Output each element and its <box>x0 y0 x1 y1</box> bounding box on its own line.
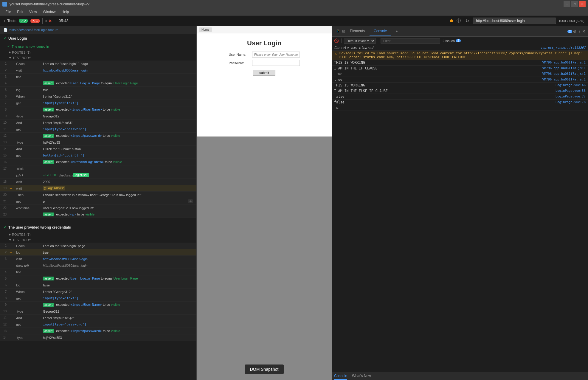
msg-source[interactable]: LoginPage.vue:56 <box>553 89 586 92</box>
mobile-icon[interactable]: 📱 <box>336 29 340 33</box>
row-expand-icon[interactable]: ⊕ <box>188 199 193 203</box>
row-content: true <box>42 88 196 92</box>
url-input[interactable] <box>473 18 556 24</box>
row-cmd: wait <box>15 180 42 184</box>
msg-source[interactable]: cypress_runner.js:193307 <box>538 46 586 49</box>
refresh-button[interactable]: ↻ <box>464 18 470 24</box>
row-content: assert expected <input#UserName> to be v… <box>42 107 196 112</box>
assert-badge: assert <box>43 213 54 216</box>
row-content: p ⊕ <box>42 199 196 204</box>
row-content <box>42 77 196 77</box>
close-button[interactable]: ✕ <box>579 1 586 7</box>
table-row: 13 -type hsj%2*sc5$ <box>0 139 196 146</box>
settings-icon[interactable]: ⚙ <box>573 29 577 34</box>
x-icon: ✕ <box>32 19 35 22</box>
msg-source[interactable]: VM796 app.ba061f7a.js:1 <box>540 61 586 64</box>
filter-input[interactable] <box>381 38 440 44</box>
tc-check-icon: ✓ <box>7 44 10 48</box>
msg-text: I AM IN THE IF CLAUSE <box>334 66 540 70</box>
expand-arrow-icon[interactable]: ▶ <box>336 106 339 110</box>
more-icon[interactable]: ⋮ <box>577 29 581 34</box>
msg-source[interactable]: LoginPage.vue:78 <box>553 100 586 104</box>
clear-console-icon[interactable]: 🚫 <box>334 38 339 43</box>
row-content <box>42 168 196 169</box>
row-content: assert expected <input#UserName> to be v… <box>42 303 196 307</box>
devtools-panel: 📱 ⊡ Elements Console » 2 ⚙ ⋮ ✕ 🚫 Default… <box>332 26 588 380</box>
row-cmd: Given <box>15 244 42 248</box>
default-levels-select[interactable]: Default levels ▾ <box>344 38 376 44</box>
suite-pass-icon: ✓ <box>4 36 7 41</box>
status-dot <box>450 19 453 22</box>
main-content: 📄 tests/e2e/specs/UserLogin.feature ✓ Us… <box>0 26 588 380</box>
console-message: false LoginPage.vue:77 <box>332 94 588 100</box>
msg-source[interactable]: VM796 app.ba061f7a.js:1 <box>540 72 586 75</box>
row-cmd: -type <box>15 141 42 144</box>
row-content: assert expected User Login Page to equal… <box>42 276 196 281</box>
msg-source[interactable]: LoginPage.vue:77 <box>553 94 586 98</box>
assert-badge: assert <box>43 329 54 333</box>
back-icon[interactable]: ‹ <box>4 18 5 23</box>
table-row: 9 assert expected <input#UserName> to be… <box>0 302 196 308</box>
stop-x: ✕ <box>48 18 52 23</box>
browser-preview: Home User Login User Name: Password: sub… <box>197 26 332 137</box>
maximize-button[interactable]: □ <box>571 1 578 7</box>
routes-toggle-2[interactable]: ROUTES (1) <box>0 232 196 237</box>
alias-text: @loginUser <box>43 186 65 190</box>
test-case-header-1[interactable]: ✓ The user is now logged in <box>0 43 196 50</box>
row-num: 6 <box>0 283 9 287</box>
menu-view[interactable]: View <box>26 8 40 15</box>
info-button[interactable]: ⓘ <box>455 18 462 24</box>
table-row: 1 Given I am on the "user-login" page <box>0 243 196 249</box>
routes-toggle-1[interactable]: ROUTES (1) <box>0 50 196 55</box>
row-cmd: get <box>15 323 42 326</box>
row-content: assert expected <p> to be visible <box>42 212 196 217</box>
help-icon[interactable]: ✕ <box>582 29 586 34</box>
cursor-icon[interactable]: ⊡ <box>342 29 345 33</box>
row-num: 3 <box>0 75 9 78</box>
toolbar-right: ⓘ ↻ 1000 x 660 (62%) <box>450 18 584 24</box>
console-bottom-bar: Console What's New <box>332 372 588 380</box>
routes-label-1: ROUTES (1) <box>12 51 30 54</box>
password-form-group: Password: <box>229 60 300 66</box>
row-cmd: visit <box>15 69 42 72</box>
testbody-toggle-2[interactable]: TEST BODY <box>0 237 196 243</box>
console-message: ⚠ DevTools failed to load source map: Co… <box>332 51 588 60</box>
password-input-preview[interactable] <box>252 60 300 66</box>
tab-console[interactable]: Console <box>370 27 391 35</box>
submit-btn-preview[interactable]: submit <box>253 70 275 76</box>
suite-header-2[interactable]: ✓ The user provided wrong credentials <box>0 223 196 232</box>
msg-source[interactable]: VM796 app.ba061f7a.js:1 <box>540 66 586 70</box>
minimize-button[interactable]: ─ <box>564 1 570 7</box>
assert-badge: assert <box>43 277 54 280</box>
suite-title-2: The user provided wrong credentials <box>8 225 71 229</box>
menu-edit[interactable]: Edit <box>14 8 26 15</box>
assert-badge: assert <box>43 303 54 307</box>
table-row: 4 assert expected User Login Page to equ… <box>0 80 196 87</box>
row-num: 16 <box>0 160 9 164</box>
suite-header-1[interactable]: ✓ User Login <box>0 34 196 43</box>
table-row: 18 wait 2000 <box>0 179 196 185</box>
menu-window[interactable]: Window <box>40 8 59 15</box>
username-input-preview[interactable] <box>252 52 300 58</box>
row-num: 11 <box>0 316 9 319</box>
menu-help[interactable]: Help <box>59 8 72 15</box>
row-content: I enter "hsj%2*sc5$" <box>42 121 196 125</box>
tab-elements[interactable]: Elements <box>346 27 369 35</box>
row-content: George312 <box>42 309 196 314</box>
msg-source[interactable]: VM796 app.ba061f7a.js:1 <box>540 77 586 81</box>
toolbar-divider2 <box>378 38 378 43</box>
row-content: George312 <box>42 114 196 118</box>
tab-more[interactable]: » <box>392 27 402 35</box>
testbody-toggle-1[interactable]: TEST BODY <box>0 55 196 61</box>
tab-whats-new[interactable]: What's New <box>352 373 371 380</box>
row-num: 18 <box>0 180 9 183</box>
row-cmd: get <box>15 128 42 131</box>
row-num: 14 <box>0 336 9 339</box>
console-message: true VM796 app.ba061f7a.js:1 <box>332 77 588 83</box>
home-nav-btn[interactable]: Home <box>199 27 212 32</box>
msg-source[interactable]: LoginPage.vue:46 <box>553 83 586 87</box>
tab-console-bottom[interactable]: Console <box>334 373 347 380</box>
row-num: 22 <box>0 206 9 210</box>
menu-file[interactable]: File <box>2 8 14 15</box>
testbody-arrow-2 <box>9 239 11 241</box>
